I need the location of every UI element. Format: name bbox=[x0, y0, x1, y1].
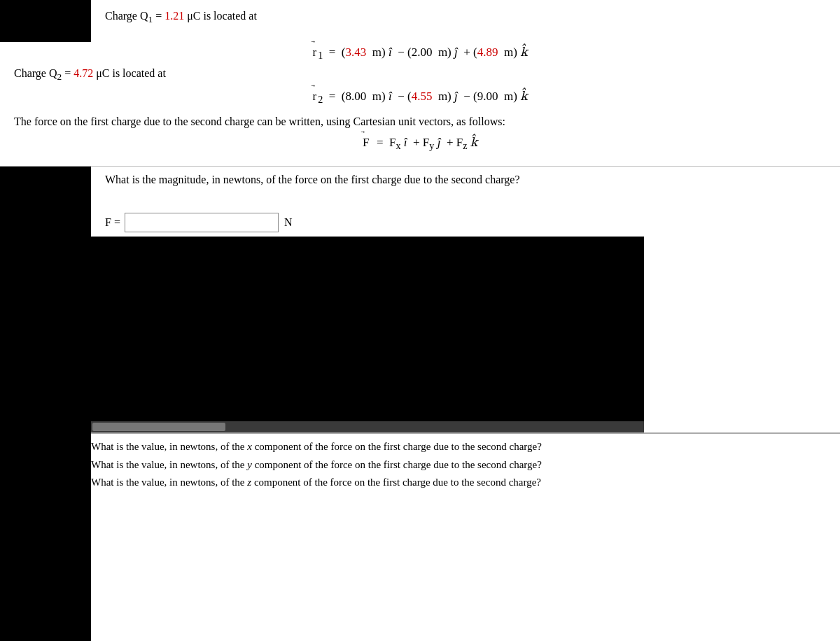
sub-question-x: What is the value, in newtons, of the x … bbox=[91, 438, 826, 456]
page-container: Charge Q1 = 1.21 μC is located at ⃗r 1 =… bbox=[0, 0, 840, 641]
r2-equation-row: ⃗r 2 = (8.00 m) î − (4.55 m) ĵ − (9.00 m… bbox=[0, 86, 840, 113]
row9: What is the value, in newtons, of the x … bbox=[0, 237, 840, 641]
r1-equation: ⃗r 1 = (3.43 m) î − (2.00 m) ĵ + (4.89 m… bbox=[313, 45, 528, 59]
redacted-answer-block bbox=[91, 237, 644, 432]
row8: F = N bbox=[0, 209, 840, 237]
r1-x-value: 3.43 bbox=[346, 45, 367, 59]
force-description-row: The force on the first charge due to the… bbox=[0, 113, 840, 132]
force-equation: ⃗F = Fx î + Fy ĵ + Fz k̂ bbox=[363, 136, 477, 149]
sub-question-y: What is the value, in newtons, of the y … bbox=[91, 456, 826, 474]
magnitude-question: What is the magnitude, in newtons, of th… bbox=[91, 167, 840, 209]
force-answer-input[interactable] bbox=[125, 213, 279, 232]
left-black-bar-8 bbox=[0, 209, 91, 237]
left-black-bar-9 bbox=[0, 237, 91, 641]
charge-q2-row: Charge Q2 = 4.72 μC is located at bbox=[0, 64, 840, 85]
sub-question-z: What is the value, in newtons, of the z … bbox=[91, 474, 826, 492]
scrollbar-thumb[interactable] bbox=[92, 423, 225, 431]
force-input-row: F = N bbox=[91, 210, 840, 235]
r1-equation-row: ⃗r 1 = (3.43 m) î − (2.00 m) ĵ + (4.89 m… bbox=[0, 42, 840, 64]
row1: Charge Q1 = 1.21 μC is located at bbox=[0, 0, 840, 42]
f-equals-label: F = bbox=[105, 216, 120, 229]
force-equation-row: ⃗F = Fx î + Fy ĵ + Fz k̂ bbox=[0, 132, 840, 166]
charge-q1-value: 1.21 bbox=[164, 10, 184, 22]
top-black-redacted bbox=[0, 0, 91, 42]
r2-y-value: 4.55 bbox=[412, 90, 433, 103]
charge-q2-value: 4.72 bbox=[74, 67, 93, 79]
scrollbar[interactable] bbox=[91, 421, 644, 432]
sub-questions-area: What is the value, in newtons, of the x … bbox=[91, 433, 840, 496]
left-black-bar-7 bbox=[0, 167, 91, 209]
row7: What is the magnitude, in newtons, of th… bbox=[0, 167, 840, 209]
charge-q1-row: Charge Q1 = 1.21 μC is located at bbox=[91, 0, 840, 42]
force-description-text: The force on the first charge due to the… bbox=[14, 115, 505, 127]
charge-q1-text: Charge Q1 = 1.21 μC is located at bbox=[105, 10, 257, 25]
newton-unit-label: N bbox=[284, 216, 293, 229]
charge-q2-text: Charge Q2 = 4.72 μC is located at bbox=[14, 67, 166, 79]
magnitude-question-text: What is the magnitude, in newtons, of th… bbox=[105, 174, 520, 185]
r2-equation: ⃗r 2 = (8.00 m) î − (4.55 m) ĵ − (9.00 m… bbox=[313, 90, 528, 103]
row9-right: What is the value, in newtons, of the x … bbox=[91, 237, 840, 641]
r1-z-value: 4.89 bbox=[477, 45, 498, 59]
